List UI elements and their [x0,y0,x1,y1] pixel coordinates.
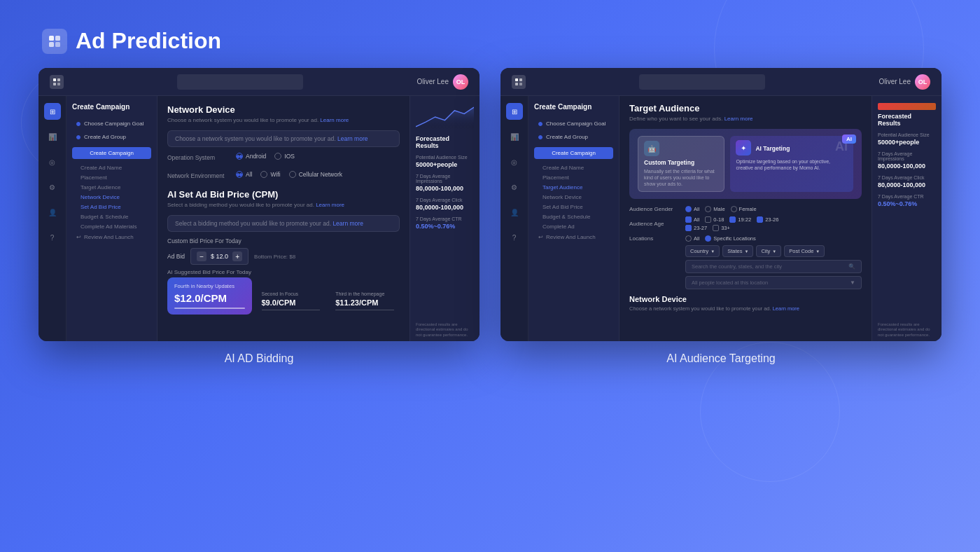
nav-sub-2-ad-name[interactable]: Create Ad Name [534,163,613,172]
sidebar-icon-dashboard[interactable]: ⊞ [44,103,61,120]
nav-sub-2-target-audience[interactable]: Target Audience [534,183,613,192]
nav-sub-complete-ad[interactable]: Complete Ad Materials [72,222,151,231]
nav-sub-2-network-device[interactable]: Network Device [534,193,613,202]
nav-create-campaign-btn-2[interactable]: Create Campaign [534,147,613,159]
audience-age-row: Audience Age All 0-18 [629,216,862,231]
topbar-user-info-2: Oliver Lee OL [878,74,930,90]
bid-card-third-value: $11.23/CPM [335,298,394,307]
sidebar-icon-2-chart[interactable]: 📊 [506,128,523,145]
ai-options-container: 🤖 Custom Targeting Manually set the crit… [638,136,853,192]
nav-step-ad-group[interactable]: Create Ad Group [72,131,151,143]
nav-sub-set-bid[interactable]: Set Ad Bid Price [72,202,151,212]
os-android[interactable]: Android [236,153,266,160]
nav-step-2-campaign-goal[interactable]: Choose Campaign Goal [534,118,613,130]
age-19-22[interactable]: 19:22 [729,216,751,223]
sidebar-icon-chart[interactable]: 📊 [44,128,61,145]
topbar-search-bar[interactable] [177,74,303,90]
ai-targeting-option[interactable]: ✦ AI Targeting AI Optimize targeting bas… [730,136,853,192]
nav-review-launch[interactable]: ↩ Review And Launch [72,232,151,242]
sidebar-icon-settings[interactable]: ⚙ [44,179,61,195]
sidebar-icon-2-settings[interactable]: ⚙ [506,179,523,195]
ai-targeting-card: AI 🤖 Custom Targeting Manually set the c… [629,129,862,199]
postcode-select[interactable]: Post Code ▼ [784,245,825,257]
sidebar-icon-2-user[interactable]: 👤 [506,204,523,221]
age-23-27[interactable]: 23-27 [685,225,707,231]
bid-decrease-btn[interactable]: − [197,251,206,261]
nav-sub-2-placement[interactable]: Placement [534,173,613,182]
nav-sub-network-device[interactable]: Network Device [72,193,151,202]
sidebar-icon-2-dashboard[interactable]: ⊞ [506,103,523,120]
location-all-radio[interactable] [685,235,692,242]
age-0-18-checkbox[interactable] [705,216,711,223]
nav-sub-2-complete-ad[interactable]: Complete Ad [534,222,613,231]
bid-card-third-label: Third in the homepage [335,291,394,296]
sidebar-icon-2-target[interactable]: ◎ [506,153,523,170]
age-all-checkbox[interactable] [685,216,692,223]
main-content-targeting: Target Audience Define who you want to s… [620,96,872,341]
network-learn-more-link[interactable]: Learn more [773,305,799,312]
app-window-targeting: Oliver Lee OL ⊞ 📊 ◎ ⚙ 👤 ? [500,68,941,341]
nav-sub-2-set-bid[interactable]: Set Ad Bid Price [534,202,613,212]
gender-female-checkbox[interactable] [731,206,737,212]
location-search[interactable]: Search the country, states, and the city… [685,260,862,273]
nav-create-campaign-btn[interactable]: Create Campaign [72,147,151,159]
gender-all[interactable]: All [685,206,699,212]
sidebar-icon-2-help[interactable]: ? [506,229,523,246]
age-0-18[interactable]: 0-18 [705,216,724,223]
age-all[interactable]: All [685,216,699,223]
locations-row: Locations All Specific Locations [629,235,862,289]
audience-gender-label: Audience Gender [629,206,685,212]
location-specific-radio[interactable] [705,235,711,242]
topbar-search-bar-2[interactable] [639,74,765,90]
city-select[interactable]: City ▼ [756,245,781,257]
gender-male-checkbox[interactable] [705,206,711,212]
bid-title: AI Set Ad Bid Price (CPM) [167,189,400,200]
forecast-ctr-label: 7 Days Average CTR [416,216,474,221]
location-all[interactable]: All [685,235,699,242]
nav-sub-ad-name[interactable]: Create Ad Name [72,163,151,172]
age-23-26[interactable]: 23-26 [757,216,778,223]
age-19-22-checkbox[interactable] [729,216,736,223]
right-panel-targeting: Forecasted Results Potential Audience Si… [872,96,941,341]
gender-female[interactable]: Female [731,206,757,212]
states-select[interactable]: States ▼ [722,245,753,257]
os-ios[interactable]: IOS [274,153,295,160]
nav-sub-2-budget[interactable]: Budget & Schedule [534,212,613,221]
ad-bid-label: Ad Bid [167,253,185,260]
location-dropdown[interactable]: All people located at this location ▼ [685,276,862,289]
left-nav-bidding: Create Campaign Choose Campaign Goal Cre… [66,96,158,341]
forecast-2-audience-label: Potential Audience Size [878,132,936,137]
nav-step-campaign-goal[interactable]: Choose Campaign Goal [72,118,151,130]
net-wifi[interactable]: Wifi [260,171,280,178]
net-all[interactable]: All [236,171,252,178]
nav-sub-budget[interactable]: Budget & Schedule [72,212,151,221]
gender-male[interactable]: Male [705,206,724,212]
nav-review-launch-2[interactable]: ↩ Review And Launch [534,232,613,242]
bid-card-second-underline [262,310,321,310]
nav-sub-placement[interactable]: Placement [72,173,151,182]
sidebar-icon-help[interactable]: ? [44,229,61,246]
age-33-plus[interactable]: 33+ [713,225,730,231]
age-23-27-checkbox[interactable] [685,225,692,231]
bid-increase-btn[interactable]: + [232,251,242,261]
net-cellular[interactable]: Cellular Network [289,171,342,178]
location-specific[interactable]: Specific Locations [705,235,755,242]
network-device-field[interactable]: Choose a network system you would like t… [167,130,400,147]
age-33-plus-checkbox[interactable] [713,225,719,231]
nav-step-2-ad-group[interactable]: Create Ad Group [534,131,613,143]
bid-card-primary: Fourth in Nearby Updates $12.0/CPM [167,277,252,315]
bid-input-control[interactable]: − $ 12.0 + [190,248,248,265]
page-title: Ad Prediction [76,28,221,54]
right-panel-title: Forecasted Results [416,135,474,149]
custom-targeting-option[interactable]: 🤖 Custom Targeting Manually set the crit… [638,136,724,192]
bidding-method-field[interactable]: Select a bidding method you would like t… [167,215,400,232]
bid-card-primary-value: $12.0/CPM [174,292,245,304]
gender-all-checkbox[interactable] [685,206,692,212]
network-device-bottom-title: Network Device [629,295,862,303]
sidebar-icon-user[interactable]: 👤 [44,204,61,221]
bid-card-tertiary: Third in the homepage $11.23/CPM [330,287,400,315]
country-select[interactable]: Country ▼ [685,245,720,257]
age-23-26-checkbox[interactable] [757,216,763,223]
sidebar-icon-target[interactable]: ◎ [44,153,61,170]
nav-sub-target-audience[interactable]: Target Audience [72,183,151,192]
